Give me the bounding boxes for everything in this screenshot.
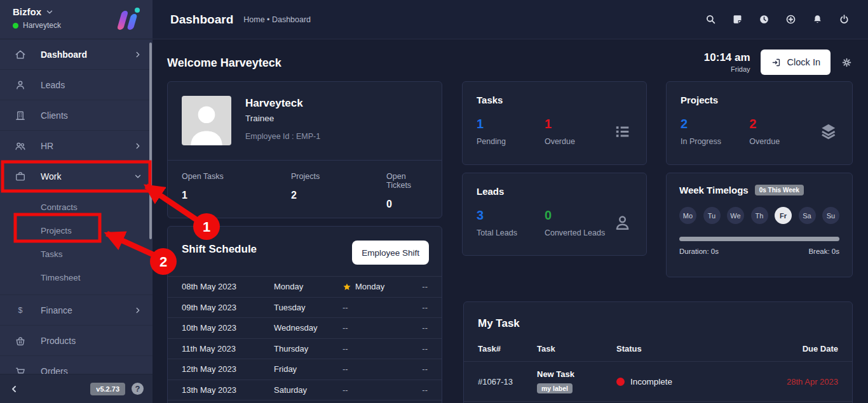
clock-in-button[interactable]: Clock In	[761, 50, 831, 75]
power-icon[interactable]	[838, 13, 850, 25]
current-user: Harveyteck	[13, 21, 61, 30]
tasks-overdue-stat: 1 Overdue	[545, 117, 613, 146]
shift-row	[168, 400, 442, 403]
home-icon	[14, 48, 27, 61]
my-task-title: My Task	[464, 302, 852, 330]
basket-icon	[14, 334, 27, 347]
timelog-duration: Duration: 0s	[679, 248, 719, 255]
sidebar-item-label: Products	[41, 336, 142, 346]
sidebar-item-hr[interactable]: HR	[0, 131, 153, 161]
people-icon	[14, 140, 27, 152]
workspace-switcher[interactable]: Bizfox	[13, 6, 61, 17]
sidebar-item-label: Finance	[41, 305, 133, 315]
sidebar-subitem-tasks[interactable]: Tasks	[0, 242, 153, 266]
chevron-down-icon	[45, 8, 54, 17]
online-status-icon	[13, 23, 18, 29]
collapse-sidebar-icon[interactable]	[9, 384, 19, 394]
sidebar-item-leads[interactable]: Leads	[0, 70, 153, 100]
notifications-bell-icon[interactable]	[811, 13, 824, 25]
settings-gear-icon[interactable]	[841, 56, 853, 69]
chevron-right-icon	[133, 142, 142, 150]
projects-inprogress-stat: 2 In Progress	[681, 117, 749, 146]
person-icon	[14, 79, 27, 91]
topbar: Dashboard Home • Dashboard	[153, 0, 868, 39]
sidebar-subitem-timesheet[interactable]: Timesheet	[0, 266, 153, 289]
breadcrumb[interactable]: Home • Dashboard	[243, 15, 311, 24]
add-icon[interactable]	[785, 13, 797, 25]
time-value: 10:14 am	[704, 51, 750, 64]
projects-card: Projects 2 In Progress 2 Overdue	[666, 81, 853, 165]
sidebar-item-work[interactable]: Work	[0, 161, 153, 192]
clock-icon[interactable]	[758, 13, 770, 25]
app-logo-icon	[113, 6, 142, 34]
welcome-heading: Welcome Harveyteck	[167, 56, 281, 70]
my-task-card: My Task Task# Task Status Due Date #1067…	[463, 301, 853, 403]
svg-text:$: $	[18, 306, 23, 315]
sidebar-header: Bizfox Harveyteck	[0, 0, 153, 39]
col-header-task: Task	[537, 344, 616, 353]
day-circle-su: Su	[822, 207, 839, 224]
timelogs-week-badge: 0s This Week	[755, 185, 804, 195]
profile-name: Harveyteck	[245, 97, 320, 110]
sidebar-item-label: Dashboard	[41, 50, 133, 60]
sidebar-scrollbar[interactable]	[149, 43, 152, 239]
chevron-down-icon	[133, 172, 142, 181]
task-row[interactable]: #1067-13 New Task my label Incomplete 28…	[464, 362, 852, 402]
login-icon	[771, 57, 782, 68]
chevron-right-icon	[133, 306, 142, 315]
sidebar-item-label: Clients	[41, 110, 142, 121]
shift-table: 08th May 2023 Monday Monday -- 09th May …	[168, 276, 442, 403]
sidebar: Bizfox Harveyteck Dashboard Leads Clien	[0, 0, 153, 403]
sidebar-subitem-projects[interactable]: Projects	[0, 219, 153, 242]
shift-row: 12th May 2023 Friday -- --	[168, 359, 442, 380]
projects-card-title: Projects	[681, 95, 838, 105]
sidebar-item-products[interactable]: Products	[0, 326, 153, 356]
sidebar-nav: Dashboard Leads Clients HR Work Contract…	[0, 39, 153, 386]
col-header-task-id: Task#	[478, 344, 537, 353]
profile-card: Harveyteck Trainee Employee Id : EMP-1 O…	[167, 81, 442, 218]
shift-schedule-card: Shift Schedule Employee Shift 08th May 2…	[167, 226, 442, 403]
layers-icon	[818, 121, 838, 142]
employee-shift-button[interactable]: Employee Shift	[352, 241, 429, 265]
page-title: Dashboard	[170, 13, 233, 27]
timelog-progress-bar	[679, 237, 839, 241]
profile-stat-open-tickets: Open Tickets 0	[386, 172, 428, 210]
current-time: 10:14 am Friday	[704, 51, 750, 73]
leads-total-stat: 3 Total Leads	[477, 208, 545, 237]
sidebar-item-clients[interactable]: Clients	[0, 100, 153, 131]
sidebar-item-finance[interactable]: $ Finance	[0, 295, 153, 326]
status-dot-icon	[616, 378, 625, 386]
shift-row: 11th May 2023 Thursday -- --	[168, 338, 442, 359]
task-status: Incomplete	[616, 377, 762, 386]
search-icon[interactable]	[705, 13, 717, 25]
version-badge: v5.2.73	[90, 383, 125, 395]
shift-schedule-title: Shift Schedule	[182, 243, 257, 256]
main-content: Welcome Harveyteck 10:14 am Friday Clock…	[153, 39, 868, 403]
help-icon[interactable]: ?	[132, 383, 144, 395]
star-icon	[342, 282, 351, 291]
weekday-circles: Mo Tu We Th Fr Sa Su	[679, 207, 839, 224]
leads-card: Leads 3 Total Leads 0 Converted Leads	[462, 173, 647, 256]
sidebar-subitem-contracts[interactable]: Contracts	[0, 195, 153, 219]
day-circle-mo: Mo	[679, 207, 696, 224]
shift-row: 13th May 2023 Saturday -- --	[168, 380, 442, 400]
task-label-badge: my label	[537, 383, 573, 393]
my-task-header-row: Task# Task Status Due Date	[464, 330, 852, 362]
sidebar-item-label: Leads	[41, 80, 142, 90]
timelog-break: Break: 0s	[808, 248, 839, 255]
shift-row: 09th May 2023 Tuesday -- --	[168, 297, 442, 318]
profile-employee-id: Employee Id : EMP-1	[245, 132, 320, 141]
col-header-due-date: Due Date	[762, 344, 838, 353]
notes-icon[interactable]	[731, 13, 743, 25]
day-circle-tu: Tu	[703, 207, 721, 224]
chevron-right-icon	[133, 50, 142, 59]
briefcase-icon	[14, 170, 27, 183]
day-circle-fr: Fr	[775, 207, 792, 224]
profile-stat-projects: Projects 2	[291, 172, 386, 210]
tasks-card-title: Tasks	[477, 95, 632, 105]
week-timelogs-card: Week Timelogs 0s This Week Mo Tu We Th F…	[666, 173, 853, 277]
person-outline-icon	[613, 213, 632, 233]
task-list-icon	[613, 121, 632, 142]
sidebar-item-dashboard[interactable]: Dashboard	[0, 39, 153, 70]
work-submenu: Contracts Projects Tasks Timesheet	[0, 192, 153, 295]
